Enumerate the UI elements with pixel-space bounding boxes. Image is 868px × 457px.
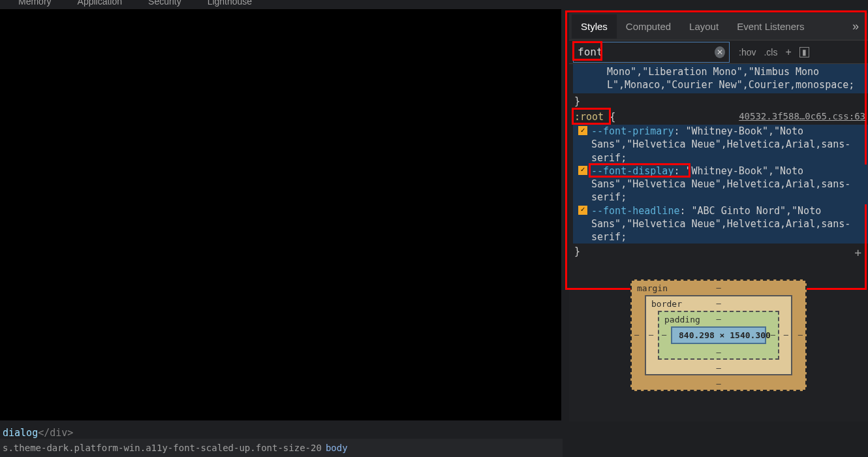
add-property-icon[interactable]: + (854, 245, 861, 259)
bm-dash: – (798, 330, 803, 339)
elements-bottom-bar: dialog</div> s.theme-dark.platform-win.a… (0, 427, 563, 457)
filter-input-wrap: ✕ (573, 42, 730, 63)
dom-source-line[interactable]: dialog</div> (0, 427, 563, 439)
breadcrumb-classes[interactable]: s.theme-dark.platform-win.a11y-font-scal… (3, 443, 322, 453)
tab-memory[interactable]: Memory (18, 0, 52, 7)
devtools-side-panel: Styles Computed Layout Event Listeners »… (569, 9, 868, 422)
bm-dash: – (716, 315, 721, 324)
property-toggle-checkbox[interactable]: ✓ (578, 166, 587, 175)
dom-text: dialog (3, 427, 38, 439)
breadcrumb-body[interactable]: body (326, 443, 348, 453)
bm-dash: – (716, 283, 721, 292)
box-model-content[interactable]: 840.298 × 1540.300 (671, 326, 766, 344)
tab-application[interactable]: Application (78, 0, 123, 7)
bm-dash: – (649, 330, 653, 339)
bm-label-margin: margin (637, 283, 668, 293)
highlight-box-selector (572, 108, 611, 125)
css-source-link[interactable]: 40532.3f588…0c65.css:63 (739, 110, 865, 123)
bm-dash: – (716, 348, 721, 357)
page-viewport (0, 9, 561, 420)
bm-dash: – (771, 330, 775, 339)
bm-dash: – (716, 379, 721, 388)
box-model-padding[interactable]: padding – – – – 840.298 × 1540.300 (658, 311, 779, 360)
box-model-border[interactable]: border – – – – padding – – – – 840.298 ×… (645, 295, 792, 375)
css-property-row[interactable]: ✓ --font-display: "Whitney-Book","Noto S… (573, 165, 868, 204)
bm-dash: – (784, 330, 788, 339)
rule-close-brace: } + (573, 244, 868, 259)
bm-dash: – (716, 364, 721, 373)
css-rule-header: :root { 40532.3f588…0c65.css:63 (573, 109, 868, 125)
clear-filter-icon[interactable]: ✕ (715, 46, 725, 58)
dom-close-tag: </div> (38, 427, 73, 439)
bm-dash: – (662, 330, 666, 339)
highlight-box-prop (589, 163, 690, 178)
box-model-margin[interactable]: margin – – – – border – – – – padding – … (630, 279, 807, 391)
devtools-top-tabs: Memory Application Security Lighthouse (0, 0, 868, 5)
highlight-box-filter (572, 41, 602, 61)
bm-label-padding: padding (664, 315, 700, 324)
bm-dash: – (716, 299, 721, 308)
bm-label-border: border (651, 299, 682, 309)
tab-lighthouse[interactable]: Lighthouse (208, 0, 253, 7)
elements-breadcrumb[interactable]: s.theme-dark.platform-win.a11y-font-scal… (0, 439, 563, 457)
bm-dash: – (634, 330, 639, 339)
tab-security[interactable]: Security (148, 0, 181, 7)
